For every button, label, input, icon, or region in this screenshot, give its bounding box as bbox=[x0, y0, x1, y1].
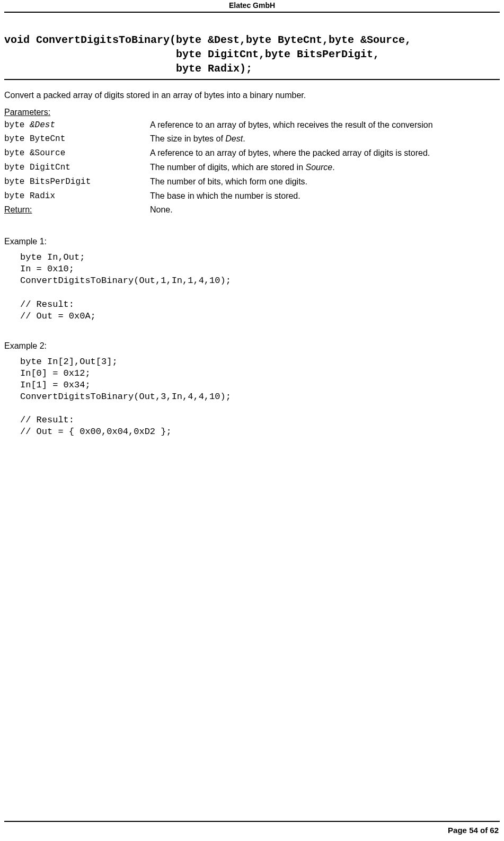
page-header: Elatec GmbH bbox=[4, 0, 500, 13]
company-name: Elatec GmbH bbox=[229, 1, 275, 10]
return-value: None. bbox=[150, 203, 500, 218]
example-label: Example 2: bbox=[4, 341, 500, 351]
page-content: void ConvertDigitsToBinary(byte &Dest,by… bbox=[0, 13, 504, 438]
function-signature: void ConvertDigitsToBinary(byte &Dest,by… bbox=[4, 33, 500, 80]
parameter-name: byte &Dest bbox=[4, 118, 150, 132]
parameter-description: The number of digits, which are stored i… bbox=[150, 161, 500, 175]
parameter-name: byte ByteCnt bbox=[4, 132, 150, 146]
return-row: Return: None. bbox=[4, 203, 500, 218]
parameter-description: A reference to an array of bytes, which … bbox=[150, 118, 500, 132]
parameter-description: A reference to an array of bytes, where … bbox=[150, 146, 500, 161]
parameter-row: byte BitsPerDigitThe number of bits, whi… bbox=[4, 175, 500, 189]
return-label: Return: bbox=[4, 205, 32, 214]
parameter-name: byte Radix bbox=[4, 189, 150, 203]
parameter-description: The number of bits, which form one digit… bbox=[150, 175, 500, 189]
parameters-heading: Parameters: bbox=[4, 108, 500, 117]
page-number: Page 54 of 62 bbox=[448, 826, 499, 835]
parameter-row: byte &SourceA reference to an array of b… bbox=[4, 146, 500, 161]
parameters-table: byte &DestA reference to an array of byt… bbox=[4, 118, 500, 218]
parameter-description: The size in bytes of Dest. bbox=[150, 132, 500, 146]
example-code: byte In,Out; In = 0x10; ConvertDigitsToB… bbox=[20, 252, 500, 322]
parameter-row: byte DigitCntThe number of digits, which… bbox=[4, 161, 500, 175]
parameter-row: byte RadixThe base in which the number i… bbox=[4, 189, 500, 203]
page-footer: Page 54 of 62 bbox=[448, 826, 499, 835]
parameter-name: byte DigitCnt bbox=[4, 161, 150, 175]
parameter-description: The base in which the number is stored. bbox=[150, 189, 500, 203]
example-label: Example 1: bbox=[4, 237, 500, 246]
parameter-name: byte BitsPerDigit bbox=[4, 175, 150, 189]
parameter-row: byte ByteCntThe size in bytes of Dest. bbox=[4, 132, 500, 146]
example-code: byte In[2],Out[3]; In[0] = 0x12; In[1] =… bbox=[20, 356, 500, 438]
footer-rule bbox=[4, 821, 500, 822]
parameter-name: byte &Source bbox=[4, 146, 150, 161]
parameter-row: byte &DestA reference to an array of byt… bbox=[4, 118, 500, 132]
function-description: Convert a packed array of digits stored … bbox=[4, 90, 500, 101]
